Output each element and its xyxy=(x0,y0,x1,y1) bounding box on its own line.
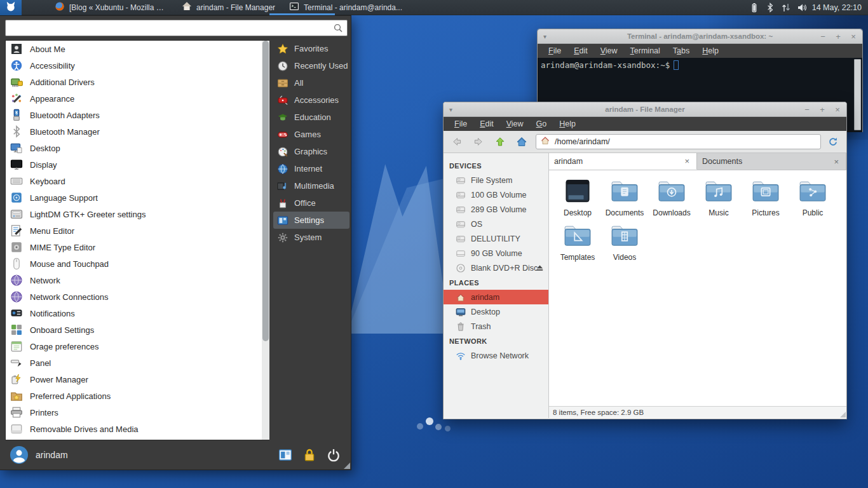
lock-screen-button[interactable] xyxy=(301,447,318,463)
search-input[interactable] xyxy=(6,21,333,35)
close-icon[interactable]: × xyxy=(834,105,841,114)
category-all[interactable]: All xyxy=(273,74,349,92)
minimize-icon[interactable]: − xyxy=(819,32,827,41)
category-recently-used[interactable]: Recently Used xyxy=(273,57,349,74)
category-settings[interactable]: Settings xyxy=(273,212,349,229)
menu-item-view[interactable]: View xyxy=(501,118,529,130)
category-graphics[interactable]: Graphics xyxy=(273,143,349,160)
menu-item-tabs[interactable]: Tabs xyxy=(667,45,695,57)
scrollbar-thumb[interactable] xyxy=(262,41,269,341)
menu-item-view[interactable]: View xyxy=(595,45,623,57)
menu-item-file[interactable]: File xyxy=(543,45,567,57)
menu-item-file[interactable]: File xyxy=(449,118,473,130)
forward-button[interactable] xyxy=(469,133,488,151)
category-games[interactable]: Games xyxy=(273,126,349,143)
sidebar-item-100-gb-volume[interactable]: 100 GB Volume xyxy=(444,187,548,202)
category-accessories[interactable]: Accessories xyxy=(273,92,349,109)
tab-arindam[interactable]: arindam× xyxy=(549,153,697,170)
all-settings-button[interactable] xyxy=(277,447,294,463)
app-item-mime-type-editor[interactable]: MIME Type Editor xyxy=(6,239,269,255)
app-item-display[interactable]: Display xyxy=(6,156,269,173)
terminal-scrollbar[interactable] xyxy=(854,59,861,130)
app-item-desktop[interactable]: Desktop xyxy=(6,140,269,156)
app-item-language-support[interactable]: Language Support xyxy=(6,189,269,206)
menu-item-edit[interactable]: Edit xyxy=(474,118,499,130)
app-item-bluetooth-manager[interactable]: Bluetooth Manager xyxy=(6,123,269,140)
network-arrows-icon[interactable] xyxy=(781,3,791,13)
app-item-power-manager[interactable]: Power Manager xyxy=(6,371,269,388)
home-button[interactable] xyxy=(512,133,531,151)
category-internet[interactable]: Internet xyxy=(273,160,349,177)
tab-documents[interactable]: Documents× xyxy=(697,153,846,170)
sidebar-item-arindam[interactable]: arindam xyxy=(444,290,548,304)
app-item-network-connections[interactable]: Network Connections xyxy=(6,288,269,305)
sidebar-item-90-gb-volume[interactable]: 90 GB Volume xyxy=(444,246,548,261)
avatar[interactable] xyxy=(10,446,28,464)
power-button[interactable] xyxy=(325,447,342,463)
file-item-music[interactable]: Music xyxy=(695,179,742,217)
close-icon[interactable]: × xyxy=(850,32,857,41)
file-item-videos[interactable]: Videos xyxy=(601,224,648,262)
window-menu-icon[interactable]: ▾ xyxy=(543,33,546,40)
app-list-scrollbar[interactable] xyxy=(262,41,269,440)
sidebar-item-289-gb-volume[interactable]: 289 GB Volume xyxy=(444,202,548,217)
up-button[interactable] xyxy=(491,133,510,151)
window-menu-icon[interactable]: ▾ xyxy=(449,106,452,113)
app-item-lightdm-gtk-greeter-settings[interactable]: LightDM GTK+ Greeter settings xyxy=(6,206,269,222)
app-item-bluetooth-adapters[interactable]: Bluetooth Adapters xyxy=(6,107,269,123)
app-item-removable-drives-and-media[interactable]: Removable Drives and Media xyxy=(6,421,269,437)
taskbar-button[interactable]: Terminal - arindam@arinda... xyxy=(284,0,411,15)
sidebar-item-file-system[interactable]: File System xyxy=(444,173,548,187)
resize-grip[interactable] xyxy=(840,412,846,417)
app-item-network[interactable]: Network xyxy=(6,272,269,288)
app-item-mouse-and-touchpad[interactable]: Mouse and Touchpad xyxy=(6,255,269,272)
resize-grip[interactable] xyxy=(344,463,350,469)
menu-item-edit[interactable]: Edit xyxy=(568,45,593,57)
app-item-printers[interactable]: Printers xyxy=(6,404,269,421)
app-item-panel[interactable]: Panel xyxy=(6,355,269,371)
app-item-keyboard[interactable]: Keyboard xyxy=(6,173,269,189)
maximize-icon[interactable]: + xyxy=(818,105,826,114)
sidebar-item-browse-network[interactable]: Browse Network xyxy=(444,348,548,363)
reload-button[interactable] xyxy=(824,133,843,151)
menu-item-help[interactable]: Help xyxy=(696,45,724,57)
volume-icon[interactable] xyxy=(797,3,807,13)
category-multimedia[interactable]: Multimedia xyxy=(273,177,349,194)
app-item-notifications[interactable]: Notifications xyxy=(6,305,269,322)
file-item-public[interactable]: Public xyxy=(789,179,836,217)
file-item-pictures[interactable]: Pictures xyxy=(742,179,789,217)
app-item-additional-drivers[interactable]: Additional Drivers xyxy=(6,74,269,90)
app-item-menu-editor[interactable]: Menu Editor xyxy=(6,222,269,239)
clock[interactable]: 14 May, 22:10 xyxy=(812,0,862,15)
file-item-desktop[interactable]: Desktop xyxy=(554,179,601,217)
app-item-orage-preferences[interactable]: Orage preferences xyxy=(6,338,269,355)
menu-item-help[interactable]: Help xyxy=(553,118,581,130)
path-bar[interactable]: /home/arindam/ xyxy=(536,134,821,149)
sidebar-item-blank-dvd-r-disc[interactable]: Blank DVD+R Disc xyxy=(444,261,548,275)
category-favorites[interactable]: Favorites xyxy=(273,40,349,57)
app-item-onboard-settings[interactable]: Onboard Settings xyxy=(6,322,269,338)
maximize-icon[interactable]: + xyxy=(834,32,842,41)
fm-titlebar[interactable]: ▾ arindam - File Manager − + × xyxy=(444,102,846,117)
menu-item-terminal[interactable]: Terminal xyxy=(625,45,666,57)
sidebar-item-trash[interactable]: Trash xyxy=(444,319,548,334)
battery-icon[interactable] xyxy=(749,3,759,13)
applications-menu-button[interactable] xyxy=(0,0,22,15)
minimize-icon[interactable]: − xyxy=(803,105,811,114)
category-system[interactable]: System xyxy=(273,229,349,246)
taskbar-button[interactable]: [Blog « Xubuntu - Mozilla Fire... xyxy=(50,0,177,15)
bluetooth-icon[interactable] xyxy=(765,3,775,13)
sidebar-item-desktop[interactable]: Desktop xyxy=(444,304,548,319)
file-item-templates[interactable]: Templates xyxy=(554,224,601,262)
category-education[interactable]: Education xyxy=(273,109,349,126)
app-item-about-me[interactable]: About Me xyxy=(6,41,269,57)
app-item-accessibility[interactable]: Accessibility xyxy=(6,57,269,74)
tab-close-icon[interactable]: × xyxy=(682,156,691,166)
file-item-documents[interactable]: Documents xyxy=(601,179,648,217)
menu-item-go[interactable]: Go xyxy=(531,118,553,130)
category-office[interactable]: Office xyxy=(273,194,349,212)
tab-close-icon[interactable]: × xyxy=(832,157,841,166)
back-button[interactable] xyxy=(447,133,466,151)
taskbar-button[interactable]: arindam - File Manager xyxy=(177,0,284,15)
terminal-titlebar[interactable]: ▾ Terminal - arindam@arindam-xsandbox: ~… xyxy=(538,29,862,44)
